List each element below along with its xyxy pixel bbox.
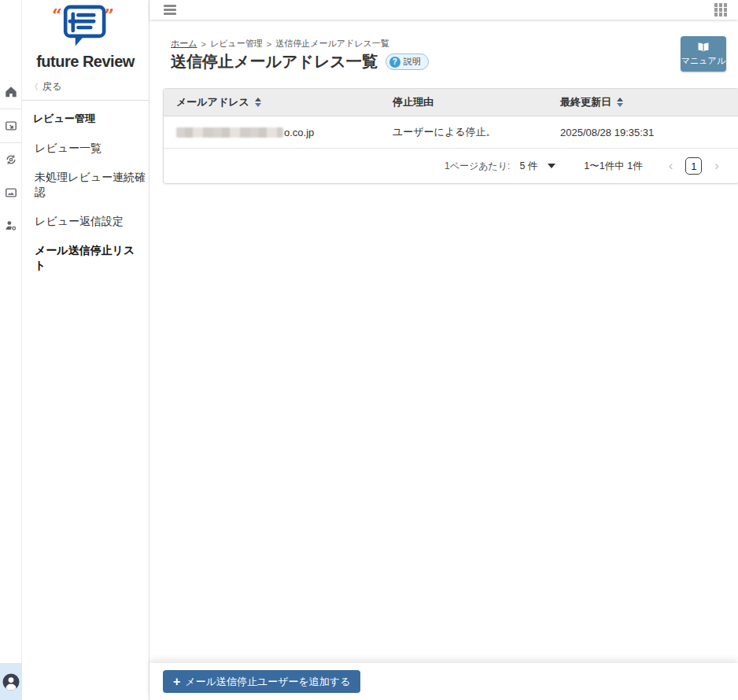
suspended-emails-table: メールアドレス 停止理由 最終更新日 o.co.jp [163,88,738,184]
add-button-label: メール送信停止ユーザーを追加する [185,675,350,689]
home-icon[interactable] [0,76,22,109]
sort-icon[interactable] [617,98,623,107]
prev-page-button[interactable]: ‹ [662,158,681,174]
sidebar-item-unprocessed-review-check[interactable]: 未処理レビュー連続確認 [22,163,149,207]
column-header-updated-label: 最終更新日 [560,95,611,109]
main-area: ホーム > レビュー管理 > 送信停止メールアドレス一覧 送信停止メールアドレス… [149,0,738,700]
reason-cell: ユーザーによる停止。 [380,125,548,139]
help-badge[interactable]: ? 説明 [386,53,429,70]
hamburger-menu-icon[interactable] [162,3,178,17]
icon-rail [0,0,22,700]
book-icon [697,42,710,53]
brand-name: future Review [36,53,135,71]
back-label: 戻る [42,80,61,94]
apps-grid-icon[interactable] [713,2,729,18]
sidebar-menu: レビュー一覧 未処理レビュー連続確認 レビュー返信設定 メール送信停止リスト [22,126,149,280]
app-root: “ ” future Review 〈 戻る レビュー管理 レビュー一覧 未処理… [0,0,738,700]
sort-icon[interactable] [255,98,261,107]
caret-down-icon [548,164,555,168]
pagination-bar: 1ページあたり: 5 件 1〜1件中 1件 ‹ 1 › [164,149,738,183]
help-badge-label: 説明 [404,56,421,68]
sidebar: “ ” future Review 〈 戻る レビュー管理 レビュー一覧 未処理… [22,0,149,700]
table-header-row: メールアドレス 停止理由 最終更新日 [164,89,738,116]
current-page-button[interactable]: 1 [685,157,702,175]
column-header-updated[interactable]: 最終更新日 [548,95,738,109]
email-visible-suffix: o.co.jp [284,127,314,138]
breadcrumb-separator: > [201,39,206,49]
question-icon: ? [389,57,400,68]
manual-button-label: マニュアル [681,55,725,67]
column-header-reason-label: 停止理由 [393,95,434,109]
breadcrumb-separator: > [267,39,271,49]
chevron-left-icon: 〈 [30,81,39,93]
next-page-button[interactable]: › [707,158,726,174]
back-link[interactable]: 〈 戻る [22,74,149,101]
brand-logo-icon: “ ” [52,4,120,53]
user-avatar[interactable] [2,673,20,691]
user-settings-icon[interactable] [0,209,22,242]
redacted-email-blur [176,127,283,138]
banner-icon[interactable] [0,176,22,209]
breadcrumb-review-management: レビュー管理 [210,38,263,50]
content-area: ホーム > レビュー管理 > 送信停止メールアドレス一覧 送信停止メールアドレス… [149,20,738,663]
table-row: o.co.jp ユーザーによる停止。 2025/08/28 19:35:31 [164,116,738,149]
sidebar-item-mail-stop-list[interactable]: メール送信停止リスト [22,236,149,280]
topbar [149,0,738,20]
brand-logo[interactable]: “ ” future Review [22,0,149,71]
updated-cell: 2025/08/28 19:35:31 [548,127,738,138]
page-title: 送信停止メールアドレス一覧 [171,51,378,72]
column-header-email-label: メールアドレス [176,95,249,109]
column-header-reason: 停止理由 [380,95,548,109]
footer-bar: + メール送信停止ユーザーを追加する [149,663,738,700]
breadcrumb: ホーム > レビュー管理 > 送信停止メールアドレス一覧 [171,38,389,50]
email-cell: o.co.jp [164,127,380,138]
pagination-range-text: 1〜1件中 1件 [584,160,642,173]
svg-text:“: “ [52,5,62,25]
review-sync-icon[interactable] [0,143,22,176]
avatar-area [0,663,22,700]
manual-button[interactable]: マニュアル [681,36,726,72]
breadcrumb-current-page: 送信停止メールアドレス一覧 [275,38,389,50]
open-window-icon[interactable] [0,109,22,142]
column-header-email[interactable]: メールアドレス [164,95,380,109]
per-page-select[interactable]: 5 件 [519,160,555,173]
per-page-label: 1ページあたり: [445,160,510,173]
plus-icon: + [173,676,180,688]
breadcrumb-home-link[interactable]: ホーム [171,38,197,50]
per-page-value: 5 件 [519,160,537,173]
sidebar-item-review-list[interactable]: レビュー一覧 [22,134,149,163]
sidebar-item-review-reply-settings[interactable]: レビュー返信設定 [22,207,149,236]
title-row: 送信停止メールアドレス一覧 ? 説明 [171,51,429,72]
add-suspended-user-button[interactable]: + メール送信停止ユーザーを追加する [163,670,360,693]
sidebar-section-review-management: レビュー管理 [22,101,149,126]
